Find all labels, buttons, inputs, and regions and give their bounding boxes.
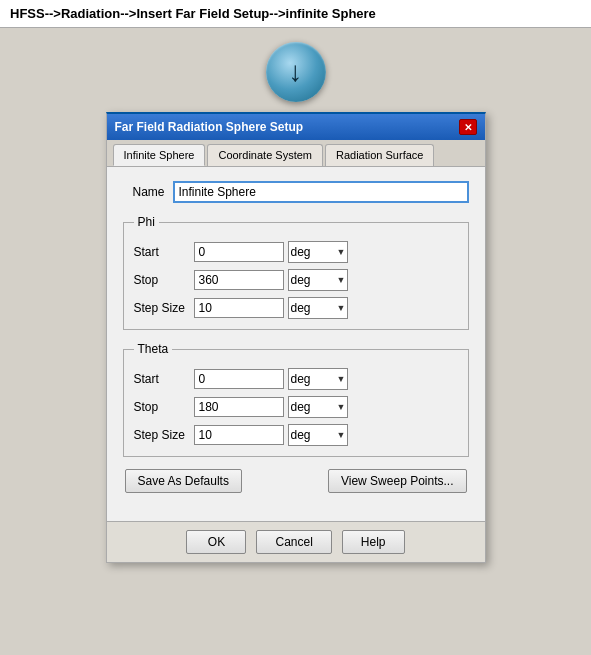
phi-stop-label: Stop	[134, 273, 194, 287]
theta-stepsize-unit-container: deg rad ▼	[288, 424, 348, 446]
theta-start-unit-select[interactable]: deg rad	[288, 368, 348, 390]
theta-stop-unit-select[interactable]: deg rad	[288, 396, 348, 418]
ok-button[interactable]: OK	[186, 530, 246, 554]
phi-stop-unit-select[interactable]: deg rad	[288, 269, 348, 291]
theta-stop-row: Stop deg rad ▼	[134, 396, 458, 418]
tab-coordinate-system[interactable]: Coordinate System	[207, 144, 323, 166]
phi-legend: Phi	[134, 215, 159, 229]
phi-group: Phi Start deg rad ▼ Stop deg	[123, 215, 469, 330]
dialog-title: Far Field Radiation Sphere Setup	[115, 120, 304, 134]
phi-start-input[interactable]	[194, 242, 284, 262]
phi-start-row: Start deg rad ▼	[134, 241, 458, 263]
phi-stepsize-input[interactable]	[194, 298, 284, 318]
theta-stepsize-input[interactable]	[194, 425, 284, 445]
theta-start-label: Start	[134, 372, 194, 386]
close-button[interactable]: ✕	[459, 119, 477, 135]
dialog-body: Name Phi Start deg rad ▼ Stop	[107, 167, 485, 521]
save-defaults-button[interactable]: Save As Defaults	[125, 469, 242, 493]
theta-legend: Theta	[134, 342, 173, 356]
phi-stop-row: Stop deg rad ▼	[134, 269, 458, 291]
theta-start-input[interactable]	[194, 369, 284, 389]
download-icon-wrapper: ↓	[266, 42, 326, 102]
dialog-footer: OK Cancel Help	[107, 521, 485, 562]
view-sweep-points-button[interactable]: View Sweep Points...	[328, 469, 467, 493]
phi-stepsize-unit-select[interactable]: deg rad	[288, 297, 348, 319]
phi-start-unit-container: deg rad ▼	[288, 241, 348, 263]
phi-stop-unit-container: deg rad ▼	[288, 269, 348, 291]
theta-stepsize-row: Step Size deg rad ▼	[134, 424, 458, 446]
middle-buttons: Save As Defaults View Sweep Points...	[123, 469, 469, 493]
theta-stepsize-label: Step Size	[134, 428, 194, 442]
phi-stepsize-row: Step Size deg rad ▼	[134, 297, 458, 319]
download-arrow-icon: ↓	[289, 58, 303, 86]
phi-stepsize-unit-container: deg rad ▼	[288, 297, 348, 319]
theta-group: Theta Start deg rad ▼ Stop deg	[123, 342, 469, 457]
breadcrumb: HFSS-->Radiation-->Insert Far Field Setu…	[0, 0, 591, 28]
phi-stop-input[interactable]	[194, 270, 284, 290]
theta-stepsize-unit-select[interactable]: deg rad	[288, 424, 348, 446]
phi-start-unit-select[interactable]: deg rad	[288, 241, 348, 263]
theta-stop-unit-container: deg rad ▼	[288, 396, 348, 418]
cancel-button[interactable]: Cancel	[256, 530, 331, 554]
download-icon-circle: ↓	[266, 42, 326, 102]
phi-start-label: Start	[134, 245, 194, 259]
theta-start-unit-container: deg rad ▼	[288, 368, 348, 390]
tab-radiation-surface[interactable]: Radiation Surface	[325, 144, 434, 166]
help-button[interactable]: Help	[342, 530, 405, 554]
phi-stepsize-label: Step Size	[134, 301, 194, 315]
theta-start-row: Start deg rad ▼	[134, 368, 458, 390]
name-input[interactable]	[173, 181, 469, 203]
theta-stop-label: Stop	[134, 400, 194, 414]
far-field-dialog: Far Field Radiation Sphere Setup ✕ Infin…	[106, 112, 486, 563]
name-label: Name	[123, 185, 173, 199]
name-row: Name	[123, 181, 469, 203]
tab-bar: Infinite Sphere Coordinate System Radiat…	[107, 140, 485, 167]
dialog-titlebar: Far Field Radiation Sphere Setup ✕	[107, 114, 485, 140]
tab-infinite-sphere[interactable]: Infinite Sphere	[113, 144, 206, 166]
theta-stop-input[interactable]	[194, 397, 284, 417]
